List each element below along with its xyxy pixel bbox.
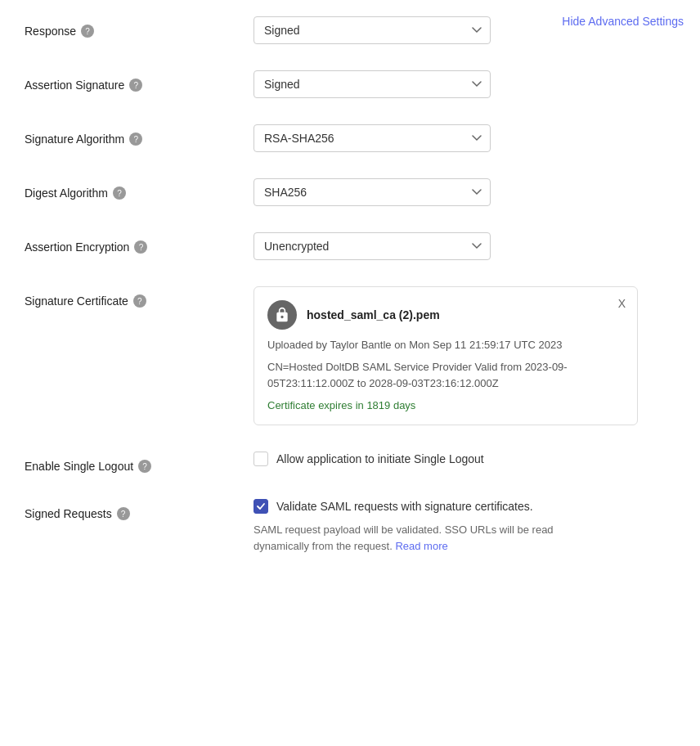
signature-algorithm-select[interactable]: RSA-SHA256 RSA-SHA1 RSA-SHA384 RSA-SHA51… xyxy=(254,124,491,152)
assertion-encryption-label: Assertion Encryption ? xyxy=(25,232,254,254)
enable-single-logout-checkbox[interactable] xyxy=(254,452,268,466)
certificate-details: CN=Hosted DoltDB SAML Service Provider V… xyxy=(267,359,624,391)
assertion-encryption-control: Unencrypted Encrypted xyxy=(254,232,675,260)
assertion-signature-select[interactable]: Signed Unsigned xyxy=(254,70,491,98)
signature-algorithm-help-icon[interactable]: ? xyxy=(129,133,142,146)
response-label: Response ? xyxy=(25,16,254,38)
assertion-encryption-select[interactable]: Unencrypted Encrypted xyxy=(254,232,491,260)
signed-requests-note: SAML request payload will be validated. … xyxy=(254,522,564,554)
signed-requests-checkbox-row: Validate SAML requests with signature ce… xyxy=(254,499,675,514)
signature-certificate-control: X hosted_saml_ca (2).pem Uploaded by Tay… xyxy=(254,286,675,425)
certificate-card: X hosted_saml_ca (2).pem Uploaded by Tay… xyxy=(254,286,638,425)
signature-algorithm-control: RSA-SHA256 RSA-SHA1 RSA-SHA384 RSA-SHA51… xyxy=(254,124,675,152)
certificate-close-button[interactable]: X xyxy=(618,297,626,310)
certificate-filename: hosted_saml_ca (2).pem xyxy=(307,308,440,321)
signed-requests-checkbox[interactable] xyxy=(254,499,268,514)
digest-algorithm-control: SHA256 SHA1 SHA384 SHA512 xyxy=(254,178,675,206)
signature-certificate-row: Signature Certificate ? X hosted_saml_ca… xyxy=(25,286,675,425)
signature-certificate-help-icon[interactable]: ? xyxy=(133,294,146,308)
response-help-icon[interactable]: ? xyxy=(81,25,94,38)
digest-algorithm-label: Digest Algorithm ? xyxy=(25,178,254,200)
certificate-lock-icon xyxy=(267,300,297,330)
digest-algorithm-row: Digest Algorithm ? SHA256 SHA1 SHA384 SH… xyxy=(25,178,675,206)
signed-requests-label: Signed Requests ? xyxy=(25,499,254,520)
enable-single-logout-control: Allow application to initiate Single Log… xyxy=(254,452,675,466)
signature-certificate-label: Signature Certificate ? xyxy=(25,286,254,308)
signed-requests-read-more-link[interactable]: Read more xyxy=(395,540,447,552)
hide-advanced-settings-link[interactable]: Hide Advanced Settings xyxy=(562,15,684,28)
assertion-signature-row: Assertion Signature ? Signed Unsigned xyxy=(25,70,675,98)
enable-single-logout-checkbox-label: Allow application to initiate Single Log… xyxy=(276,452,484,465)
digest-algorithm-select[interactable]: SHA256 SHA1 SHA384 SHA512 xyxy=(254,178,491,206)
digest-algorithm-help-icon[interactable]: ? xyxy=(113,186,126,200)
assertion-encryption-row: Assertion Encryption ? Unencrypted Encry… xyxy=(25,232,675,260)
signed-requests-checkbox-label: Validate SAML requests with signature ce… xyxy=(276,500,533,513)
signed-requests-row: Signed Requests ? Validate SAML requests… xyxy=(25,499,675,554)
enable-single-logout-help-icon[interactable]: ? xyxy=(138,460,151,473)
certificate-header: hosted_saml_ca (2).pem xyxy=(267,300,624,330)
response-select[interactable]: Signed Unsigned xyxy=(254,16,491,44)
assertion-signature-help-icon[interactable]: ? xyxy=(129,79,142,92)
enable-single-logout-label: Enable Single Logout ? xyxy=(25,452,254,473)
certificate-expires: Certificate expires in 1819 days xyxy=(267,399,624,411)
signature-algorithm-row: Signature Algorithm ? RSA-SHA256 RSA-SHA… xyxy=(25,124,675,152)
assertion-signature-label: Assertion Signature ? xyxy=(25,70,254,92)
signed-requests-help-icon[interactable]: ? xyxy=(117,507,130,520)
enable-single-logout-row: Enable Single Logout ? Allow application… xyxy=(25,452,675,473)
signature-algorithm-label: Signature Algorithm ? xyxy=(25,124,254,146)
assertion-signature-control: Signed Unsigned xyxy=(254,70,675,98)
enable-single-logout-checkbox-row: Allow application to initiate Single Log… xyxy=(254,452,675,466)
assertion-encryption-help-icon[interactable]: ? xyxy=(134,240,147,254)
signed-requests-control: Validate SAML requests with signature ce… xyxy=(254,499,675,554)
certificate-upload-info: Uploaded by Taylor Bantle on Mon Sep 11 … xyxy=(267,338,624,353)
